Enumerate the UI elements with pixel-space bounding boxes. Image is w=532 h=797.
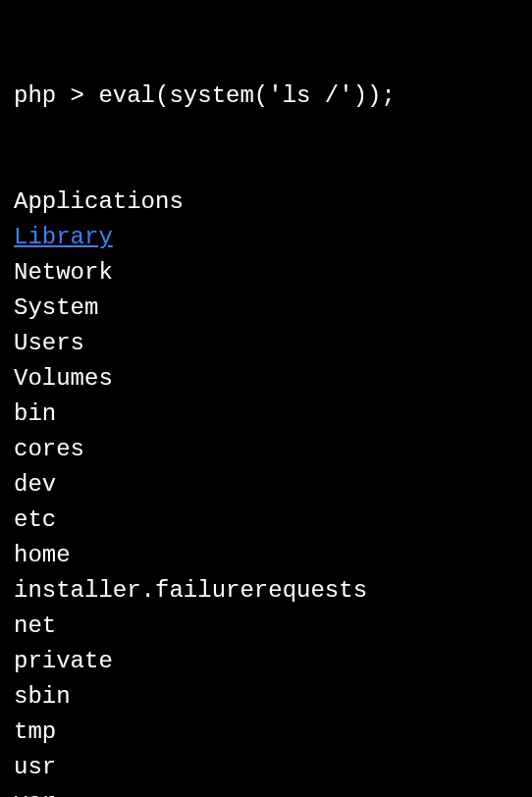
directory-link[interactable]: Library bbox=[14, 224, 113, 250]
terminal-output-line: bin bbox=[14, 397, 518, 432]
terminal-output-line: System bbox=[14, 291, 518, 326]
terminal-window: php > eval(system('ls /')); Applications… bbox=[14, 8, 518, 797]
terminal-output-line: installer.failurerequests bbox=[14, 573, 518, 609]
terminal-output-line: home bbox=[14, 538, 518, 573]
terminal-output-line: private bbox=[14, 644, 518, 679]
terminal-output: ApplicationsLibraryNetworkSystemUsersVol… bbox=[14, 185, 518, 797]
terminal-output-line: sbin bbox=[14, 679, 518, 715]
terminal-output-line: usr bbox=[14, 750, 518, 785]
terminal-output-line: var bbox=[14, 785, 518, 797]
terminal-output-line: Network bbox=[14, 255, 518, 291]
terminal-output-line: Volumes bbox=[14, 361, 518, 397]
terminal-output-line: Applications bbox=[14, 185, 518, 220]
terminal-output-line: cores bbox=[14, 432, 518, 467]
terminal-output-line: Users bbox=[14, 326, 518, 361]
terminal-output-line[interactable]: Library bbox=[14, 220, 518, 255]
terminal-prompt-line: php > eval(system('ls /')); bbox=[14, 79, 518, 114]
terminal-output-line: dev bbox=[14, 467, 518, 503]
terminal-output-line: net bbox=[14, 609, 518, 644]
terminal-output-line: tmp bbox=[14, 715, 518, 750]
terminal-output-line: etc bbox=[14, 503, 518, 538]
